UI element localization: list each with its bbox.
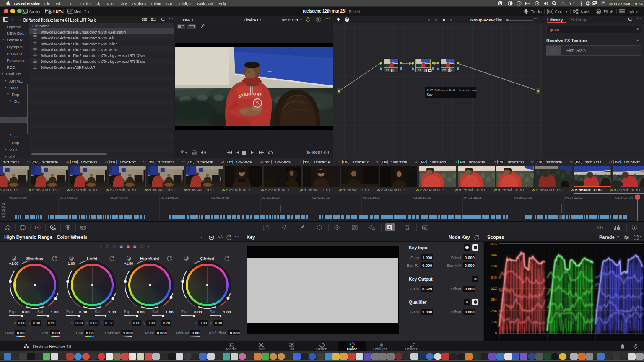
svg-text:896: 896	[491, 253, 497, 257]
svg-text:3D: 3D	[423, 227, 427, 229]
svg-text:HDR: HDR	[54, 228, 56, 230]
svg-text:640: 640	[491, 275, 497, 279]
svg-text:fx: fx	[597, 10, 600, 13]
svg-text:128: 128	[491, 320, 497, 324]
svg-text:0: 0	[495, 331, 497, 335]
svg-text:1023: 1023	[489, 242, 497, 246]
svg-text:768: 768	[491, 264, 497, 268]
svg-text:256: 256	[491, 309, 497, 313]
svg-text:512: 512	[491, 286, 497, 290]
svg-text:384: 384	[491, 297, 497, 302]
